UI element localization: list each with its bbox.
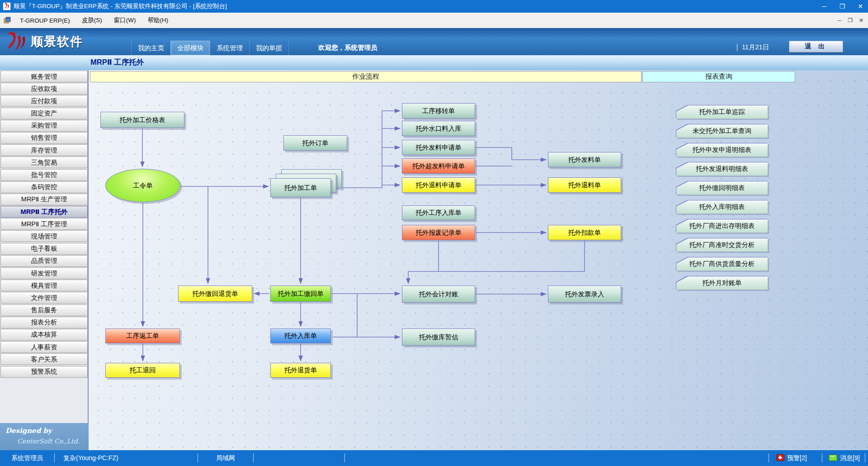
brand-logo: 顺景软件 xyxy=(5,31,83,52)
report-button-托外缴回明细表[interactable]: 托外缴回明细表 xyxy=(676,181,768,195)
sidebar-item-预警系统[interactable]: 预警系统 xyxy=(0,366,88,378)
sidebar-item-电子看板[interactable]: 电子看板 xyxy=(0,243,88,255)
sidebar-item-模具管理[interactable]: 模具管理 xyxy=(0,280,88,291)
report-button-托外入库明细表[interactable]: 托外入库明细表 xyxy=(676,200,768,214)
flow-node-proc-in[interactable]: 托外工序入库单 xyxy=(402,205,475,220)
maximize-button[interactable]: ❐ xyxy=(838,3,846,10)
sidebar-item-采购管理[interactable]: 采购管理 xyxy=(0,120,88,132)
flow-node-outsource-order[interactable]: 托外订单 xyxy=(283,135,347,151)
flow-node-rework[interactable]: 工序返工单 xyxy=(105,328,180,343)
flow-node-return-req[interactable]: 托外退料申请单 xyxy=(402,177,475,193)
flow-node-invoice[interactable]: 托外发票录入 xyxy=(548,285,621,303)
designed-by-line2: CenterSoft Co.,Ltd. xyxy=(17,437,80,445)
sidebar-item-固定资产[interactable]: 固定资产 xyxy=(0,108,88,119)
flow-node-deduct[interactable]: 托外扣款单 xyxy=(548,225,621,240)
sidebar-items: 账务管理应收款项应付款项固定资产采购管理销售管理库存管理三角贸易批号管控条码管控… xyxy=(0,71,88,378)
status-alerts-label: 预警[2] xyxy=(787,454,807,461)
subheader: MRPⅡ 工序托外 xyxy=(0,55,868,71)
flow-node-transfer[interactable]: 工序移转单 xyxy=(402,103,475,119)
report-button-未交托外加工单查询[interactable]: 未交托外加工单查询 xyxy=(676,124,768,138)
sidebar-item-账务管理[interactable]: 账务管理 xyxy=(0,71,88,82)
status-separator xyxy=(54,453,55,462)
sidebar-item-三角贸易[interactable]: 三角贸易 xyxy=(0,157,88,168)
flow-node-submit[interactable]: 托外加工缴回单 xyxy=(270,285,331,302)
flow-node-delivery-return[interactable]: 托外退货单 xyxy=(270,363,331,378)
menu-item-window[interactable]: 窗口(W) xyxy=(109,14,141,26)
exit-button[interactable]: 退 出 xyxy=(789,41,843,52)
status-user: 系统管理员 xyxy=(11,454,43,462)
flow-node-return-goods[interactable]: 托外缴回退货单 xyxy=(178,285,252,302)
sidebar-item-库存管理[interactable]: 库存管理 xyxy=(0,144,88,156)
close-button[interactable]: ✕ xyxy=(856,3,864,10)
page-title: MRPⅡ 工序托外 xyxy=(90,57,144,67)
tab-我的单据[interactable]: 我的单据 xyxy=(249,41,289,55)
sidebar-item-现场管理[interactable]: 现场管理 xyxy=(0,230,88,242)
report-section-header: 报表查询 xyxy=(642,71,795,82)
sidebar-item-MRPⅡ 工序管理[interactable]: MRPⅡ 工序管理 xyxy=(0,218,88,230)
sidebar-item-MRPⅡ 工序托外[interactable]: MRPⅡ 工序托外 xyxy=(0,206,88,218)
flow-node-warehouse-in[interactable]: 托外入库单 xyxy=(270,328,331,343)
mdi-restore-button[interactable]: ❐ xyxy=(848,17,853,24)
tab-系统管理[interactable]: 系统管理 xyxy=(210,41,249,55)
flow-node-issue-req[interactable]: 托外发料申请单 xyxy=(402,140,475,155)
sidebar-item-MRPⅡ 生产管理[interactable]: MRPⅡ 生产管理 xyxy=(0,194,88,205)
sidebar-item-研发管理[interactable]: 研发管理 xyxy=(0,267,88,279)
flow-section-header: 作业流程 xyxy=(90,71,642,82)
sidebar-item-销售管理[interactable]: 销售管理 xyxy=(0,132,88,144)
sidebar-item-成本核算[interactable]: 成本核算 xyxy=(0,329,88,341)
sidebar-item-应付款项[interactable]: 应付款项 xyxy=(0,95,88,107)
status-alerts[interactable]: 预警[2] xyxy=(776,454,807,462)
report-button-托外厂商供货质量分析[interactable]: 托外厂商供货质量分析 xyxy=(676,257,768,271)
sidebar-item-品质管理[interactable]: 品质管理 xyxy=(0,255,88,267)
menu-item-skin[interactable]: 皮肤(S) xyxy=(77,14,107,26)
menu-item-tgroup-erp[interactable]: T-GROUP ERP(E) xyxy=(15,15,75,26)
flow-node-scrap[interactable]: 托外报废记录单 xyxy=(402,225,475,240)
report-button-wrap: 托外厂商供货质量分析 xyxy=(676,257,768,271)
report-button-wrap: 托外发退料明细表 xyxy=(676,162,768,176)
date-text: 11月21日 xyxy=(737,43,769,52)
sidebar-item-人事薪资[interactable]: 人事薪资 xyxy=(0,341,88,353)
flow-node-price-list[interactable]: 托外加工价格表 xyxy=(100,112,184,128)
sidebar-item-批号管控[interactable]: 批号管控 xyxy=(0,169,88,181)
mdi-close-button[interactable]: ✕ xyxy=(859,17,863,24)
flow-node-return[interactable]: 托外退料单 xyxy=(548,177,621,193)
report-button-托外加工单追踪[interactable]: 托外加工单追踪 xyxy=(676,105,768,119)
report-button-wrap: 托外缴回明细表 xyxy=(676,181,768,195)
report-button-托外发退料明细表[interactable]: 托外发退料明细表 xyxy=(676,162,768,176)
status-messages[interactable]: 消息[9] xyxy=(829,454,860,462)
sidebar-item-条码管控[interactable]: 条码管控 xyxy=(0,181,88,193)
flow-node-work-order[interactable]: 工令单 xyxy=(105,169,180,202)
report-button-wrap: 托外申发申退明细表 xyxy=(676,143,768,157)
report-button-托外月对账单[interactable]: 托外月对账单 xyxy=(676,276,768,290)
flow-node-accrual[interactable]: 托外缴库暂估 xyxy=(402,328,475,346)
sidebar-item-客户关系[interactable]: 客户关系 xyxy=(0,353,88,365)
designed-by-line1: Designed by xyxy=(5,427,52,435)
sidebar-item-文件管理[interactable]: 文件管理 xyxy=(0,292,88,304)
envelope-icon xyxy=(829,455,837,461)
brand-text: 顺景软件 xyxy=(31,33,83,50)
tab-我的主页[interactable]: 我的主页 xyxy=(131,41,170,55)
sidebar-item-售后服务[interactable]: 售后服务 xyxy=(0,304,88,316)
sidebar-item-应收款项[interactable]: 应收款项 xyxy=(0,83,88,95)
flow-node-issue[interactable]: 托外发料单 xyxy=(548,152,621,167)
report-button-托外申发申退明细表[interactable]: 托外申发申退明细表 xyxy=(676,143,768,157)
flow-node-sprue-in[interactable]: 托外水口料入库 xyxy=(402,121,475,136)
mdi-minimize-button[interactable]: ─ xyxy=(838,17,842,24)
brand-swoosh-icon xyxy=(5,31,28,52)
minimize-button[interactable]: ─ xyxy=(820,3,828,10)
header: 顺景软件 我的主页全部模块系统管理我的单据 欢迎您，系统管理员 11月21日 退… xyxy=(0,28,868,55)
sidebar-item-报表分析[interactable]: 报表分析 xyxy=(0,317,88,328)
status-network: 局域网 xyxy=(216,454,235,462)
status-messages-label: 消息[9] xyxy=(840,454,860,461)
flow-node-acct[interactable]: 托外会计对账 xyxy=(402,285,475,303)
flow-node-over-issue-req[interactable]: 托外超发料申请单 xyxy=(402,158,475,174)
flow-node-consign-return[interactable]: 托工退回 xyxy=(105,363,180,378)
nav-tabs: 我的主页全部模块系统管理我的单据 xyxy=(131,41,289,55)
report-button-托外厂商进出存明细表[interactable]: 托外厂商进出存明细表 xyxy=(676,219,768,233)
window-title: 顺景『T-GROUP』制造业ERP系统 - 东莞顺景软件科技有限公司 - [系统… xyxy=(14,2,227,10)
tab-全部模块[interactable]: 全部模块 xyxy=(170,41,210,55)
menu-item-help[interactable]: 帮助(H) xyxy=(143,14,173,26)
report-button-wrap: 托外入库明细表 xyxy=(676,200,768,214)
flow-node-process-sheet[interactable]: 托外加工单 xyxy=(270,178,331,197)
report-button-托外厂商准时交货分析[interactable]: 托外厂商准时交货分析 xyxy=(676,238,768,252)
